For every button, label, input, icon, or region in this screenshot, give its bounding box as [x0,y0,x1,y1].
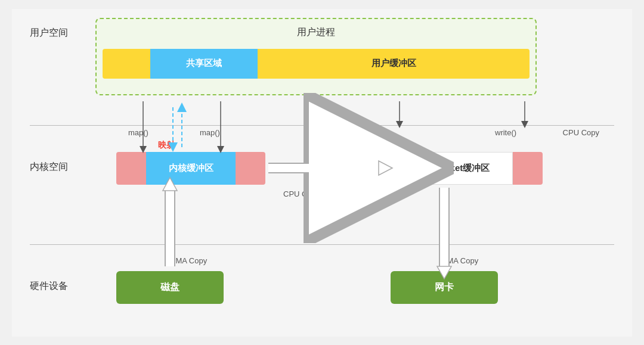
kern-buf-right [236,152,265,185]
mapping-label: 映射 [158,140,175,151]
shared-area-buffer: 共享区域 [150,49,258,79]
kernel-space-label: 内核空间 [30,161,68,173]
sock-buf-left [382,152,411,185]
cpu-copy-right-label: CPU Copy [563,128,599,137]
kernel-buffer-label: 内核缓冲区 [146,152,236,185]
diagram: 用户空间 用户进程 共享区域 用户缓冲区 map() map() write()… [12,9,632,337]
buf-yellow-left [103,49,150,79]
kern-buf-left [116,152,146,185]
nic-box: 网卡 [391,271,498,304]
user-buffers-row: 共享区域 用户缓冲区 [103,49,530,79]
user-process-label: 用户进程 [97,26,535,39]
sock-buf-right [513,152,543,185]
map-label-2: map() [200,128,220,137]
write-label-1: write() [364,128,385,137]
divider-user-kernel [30,125,614,126]
disk-box: 磁盘 [116,271,224,304]
user-process-box: 用户进程 共享区域 用户缓冲区 [95,18,537,95]
socket-buffer-label: socket缓冲区 [411,152,513,185]
kernel-buffer-box: 内核缓冲区 [116,152,265,185]
write-label-2: write() [495,128,516,137]
divider-kernel-hardware [30,244,614,245]
socket-buffer-box: socket缓冲区 [382,152,543,185]
map-label-1: map() [128,128,148,137]
dma-copy-left-label: DMA Copy [170,256,207,265]
dma-copy-right-label: DMA Copy [441,256,478,265]
hardware-label: 硬件设备 [30,280,68,293]
user-space-label: 用户空间 [30,27,68,39]
cpu-copy-mid-label: CPU Copy [283,189,320,198]
user-buffer: 用户缓冲区 [258,49,530,79]
